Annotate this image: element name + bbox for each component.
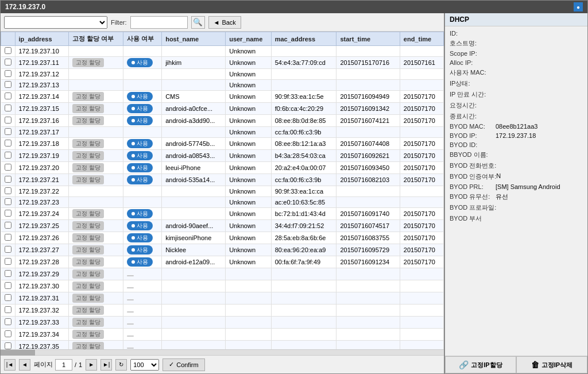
first-page-button[interactable]: |◄ bbox=[4, 359, 16, 371]
table-row[interactable]: 172.19.237.12Unknown bbox=[1, 69, 444, 80]
page-number-input[interactable] bbox=[55, 359, 72, 371]
cell-host bbox=[162, 317, 226, 329]
table-row[interactable]: 172.19.237.28고정 할당 사용android-e12a09...Un… bbox=[1, 256, 444, 268]
table-row[interactable]: 172.19.237.25고정 할당 사용android-90aeef...Un… bbox=[1, 220, 444, 232]
cell-user bbox=[226, 341, 272, 350]
table-row[interactable]: 172.19.237.23Unknownac:e0:10:63:5c:85 bbox=[1, 197, 444, 208]
cell-start bbox=[336, 317, 400, 329]
refresh-button[interactable]: ↻ bbox=[115, 359, 127, 371]
cell-user: Unknown bbox=[226, 138, 272, 150]
row-checkbox[interactable] bbox=[5, 187, 11, 194]
row-checkbox[interactable] bbox=[5, 234, 11, 241]
cell-mac bbox=[271, 280, 336, 292]
dhcp-field-label: BYOD 부서 bbox=[450, 214, 496, 223]
table-row[interactable]: 172.19.237.13Unknown bbox=[1, 80, 444, 91]
cell-fixed: 고정 할당 bbox=[68, 174, 123, 186]
close-button[interactable]: ● bbox=[574, 2, 583, 11]
toolbar: Filter: 🔍 ◄ Back bbox=[1, 13, 444, 32]
table-row[interactable]: 172.19.237.31고정 할당 bbox=[1, 292, 444, 304]
table-row[interactable]: 172.19.237.15고정 할당 사용android-a0cfce...Un… bbox=[1, 103, 444, 115]
row-checkbox[interactable] bbox=[5, 318, 11, 325]
subnet-dropdown[interactable] bbox=[4, 16, 107, 29]
search-button[interactable]: 🔍 bbox=[191, 16, 205, 29]
cell-ip: 172.19.237.27 bbox=[15, 244, 68, 256]
cell-in-use: 사용 bbox=[123, 256, 161, 268]
table-row[interactable]: 172.19.237.29고정 할당 bbox=[1, 268, 444, 280]
in-use-badge: 사용 bbox=[127, 221, 153, 230]
row-checkbox[interactable] bbox=[5, 47, 11, 54]
filter-input[interactable] bbox=[130, 16, 188, 29]
table-row[interactable]: 172.19.237.11고정 할당 사용jihkimUnknown54:e4:… bbox=[1, 57, 444, 69]
row-checkbox[interactable] bbox=[5, 140, 11, 146]
row-checkbox[interactable] bbox=[5, 152, 11, 159]
table-row[interactable]: 172.19.237.16고정 할당 사용android-a3dd90...Un… bbox=[1, 115, 444, 127]
row-checkbox[interactable] bbox=[5, 330, 11, 337]
row-checkbox[interactable] bbox=[5, 210, 11, 217]
row-checkbox[interactable] bbox=[5, 59, 11, 65]
table-row[interactable]: 172.19.237.26고정 할당 사용kimjiseoniPhoneUnkn… bbox=[1, 232, 444, 244]
cell-host bbox=[162, 280, 226, 292]
row-checkbox[interactable] bbox=[5, 222, 11, 229]
row-checkbox[interactable] bbox=[5, 246, 11, 253]
cell-host bbox=[162, 69, 226, 80]
row-checkbox[interactable] bbox=[5, 270, 11, 277]
in-use-dot bbox=[131, 61, 135, 64]
row-checkbox[interactable] bbox=[5, 81, 11, 88]
last-page-button[interactable]: ►| bbox=[100, 359, 112, 371]
table-row[interactable]: 172.19.237.24고정 할당 사용Unknownbc:72:b1:d1:… bbox=[1, 208, 444, 220]
cell-in-use bbox=[123, 280, 161, 292]
table-row[interactable]: 172.19.237.14고정 할당 사용CMSUnknown90:9f:33:… bbox=[1, 91, 444, 103]
row-checkbox[interactable] bbox=[5, 117, 11, 124]
table-row[interactable]: 172.19.237.21고정 할당 사용android-535a14...Un… bbox=[1, 174, 444, 186]
panel-buttons: 🔗 고정IP할당 🗑 고정IP삭제 bbox=[445, 356, 587, 373]
dhcp-field-label: BYOD 유무선: bbox=[450, 192, 496, 201]
dhcp-field-row: BYOD MAC:08ee8b121aa3 bbox=[450, 123, 583, 130]
row-checkbox[interactable] bbox=[5, 258, 11, 265]
horizontal-scrollbar[interactable] bbox=[1, 349, 444, 355]
cell-end: 201507161 bbox=[400, 57, 443, 69]
cell-host bbox=[162, 268, 226, 280]
cell-host bbox=[162, 341, 226, 350]
rows-per-page-select[interactable]: 100 50 200 bbox=[130, 359, 159, 371]
delete-ip-button[interactable]: 🗑 고정IP삭제 bbox=[516, 356, 587, 373]
row-checkbox[interactable] bbox=[5, 105, 11, 111]
prev-page-button[interactable]: ◄ bbox=[19, 359, 30, 371]
back-button[interactable]: ◄ Back bbox=[208, 16, 241, 29]
row-checkbox[interactable] bbox=[5, 128, 11, 135]
table-row[interactable]: 172.19.237.33고정 할당 bbox=[1, 317, 444, 329]
next-page-button[interactable]: ► bbox=[86, 359, 97, 371]
table-row[interactable]: 172.19.237.22Unknown90:9f:33:ea:1c:ca bbox=[1, 186, 444, 197]
cell-mac bbox=[271, 80, 336, 91]
row-checkbox[interactable] bbox=[5, 92, 11, 99]
table-row[interactable]: 172.19.237.32고정 할당 bbox=[1, 304, 444, 317]
row-checkbox[interactable] bbox=[5, 294, 11, 301]
scrollbar-thumb[interactable] bbox=[1, 350, 35, 356]
table-row[interactable]: 172.19.237.20고정 할당 사용leeui-iPhoneUnknown… bbox=[1, 162, 444, 174]
cell-in-use: 사용 bbox=[123, 138, 161, 150]
table-row[interactable]: 172.19.237.18고정 할당 사용android-57745b...Un… bbox=[1, 138, 444, 150]
assign-ip-button[interactable]: 🔗 고정IP할당 bbox=[445, 356, 516, 373]
row-checkbox[interactable] bbox=[5, 164, 11, 171]
table-row[interactable]: 172.19.237.35고정 할당 bbox=[1, 341, 444, 350]
table-row[interactable]: 172.19.237.17Unknowncc:fa:00:f6:c3:9b bbox=[1, 127, 444, 138]
table-row[interactable]: 172.19.237.27고정 할당 사용NickleeUnknown80:ea… bbox=[1, 244, 444, 256]
row-checkbox[interactable] bbox=[5, 198, 11, 205]
row-checkbox[interactable] bbox=[5, 342, 11, 349]
cell-ip: 172.19.237.17 bbox=[15, 127, 68, 138]
table-row[interactable]: 172.19.237.30고정 할당 bbox=[1, 280, 444, 292]
in-use-dot bbox=[131, 260, 135, 264]
cell-end bbox=[400, 127, 443, 138]
cell-ip: 172.19.237.19 bbox=[15, 150, 68, 162]
confirm-button[interactable]: ✓ Confirm bbox=[163, 358, 205, 371]
row-checkbox[interactable] bbox=[5, 306, 11, 313]
table-row[interactable]: 172.19.237.34고정 할당 bbox=[1, 329, 444, 341]
table-row[interactable]: 172.19.237.10Unknown bbox=[1, 46, 444, 57]
dhcp-field-row: BBYOD 이름: bbox=[450, 151, 583, 159]
back-label: Back bbox=[222, 19, 235, 26]
in-use-badge: 사용 bbox=[127, 209, 153, 218]
table-row[interactable]: 172.19.237.19고정 할당 사용android-a08543...Un… bbox=[1, 150, 444, 162]
row-checkbox[interactable] bbox=[5, 176, 11, 183]
row-checkbox[interactable] bbox=[5, 282, 11, 289]
row-checkbox[interactable] bbox=[5, 70, 11, 77]
cell-start bbox=[336, 268, 400, 280]
